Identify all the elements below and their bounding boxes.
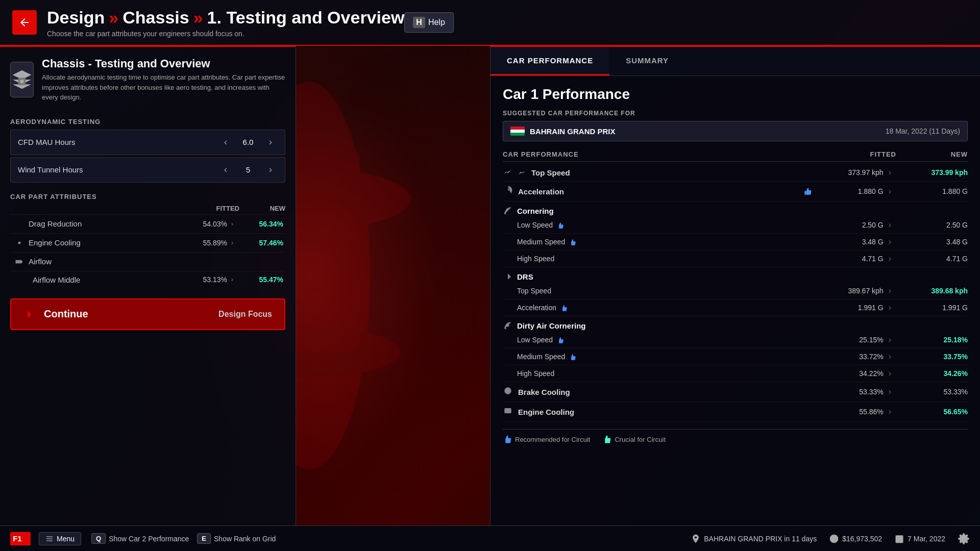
cornering-medium: Medium Speed 3.48 G › 3.48 G (503, 234, 968, 251)
wind-increase[interactable]: › (263, 163, 278, 177)
cornering-high-name: High Speed (517, 255, 812, 263)
drs-accel-arrow: › (884, 303, 896, 312)
settings-button[interactable] (958, 533, 970, 545)
chassis-icon (11, 68, 33, 91)
drag-name: Drag Reduction (27, 219, 181, 228)
breadcrumb-root: Design (47, 8, 105, 28)
drs-accel-fitted: 1.991 G (812, 304, 884, 312)
perf-title: Car 1 Performance (503, 86, 968, 103)
wind-value: 5 (233, 165, 263, 174)
wind-spinner-row: Wind Tunnel Hours ‹ 5 › (10, 157, 285, 183)
drs-accel-thumb (560, 305, 568, 312)
qa-rank-label: Show Rank on Grid (214, 535, 276, 543)
engine-perf-icon (503, 406, 513, 416)
speed-icon2 (516, 167, 526, 178)
back-button[interactable] (12, 10, 37, 35)
ph-fitted: FITTED (825, 151, 896, 158)
low-speed-thumb (557, 222, 564, 229)
perf-brake-cooling: Brake Cooling 53.33% › 53.33% (503, 382, 968, 402)
f1-logo-svg: F1 (10, 531, 31, 546)
suggested-label: SUGGESTED CAR PERFORMANCE FOR (503, 110, 968, 117)
attr-headers: FITTED NEW (10, 205, 285, 214)
attr-airflow-header: Airflow (10, 252, 285, 271)
perf-engine-cooling: Engine Cooling 55.86% › 56.65% (503, 402, 968, 422)
cfd-decrease[interactable]: ‹ (218, 135, 233, 149)
dirty-air-icon (503, 320, 513, 331)
drs-top-speed-new: 389.68 kph (896, 287, 968, 295)
accel-icon (503, 185, 513, 195)
airflow-middle-name: Airflow Middle (31, 276, 181, 284)
legend: Recommended for Circuit Crucial for Circ… (503, 429, 968, 444)
dirty-med-new: 33.75% (896, 353, 968, 361)
help-label: Help (428, 18, 445, 27)
dirty-low-thumb (557, 337, 564, 344)
drs-accel: Acceleration 1.991 G › 1.991 G (503, 299, 968, 316)
accel-thumb (804, 187, 812, 195)
engine-cooling-perf-new: 56.65% (896, 408, 968, 416)
recommended-icon (503, 435, 512, 444)
thumb-up-icon (804, 187, 812, 195)
drs-label: DRS (517, 272, 968, 281)
dirty-low: Low Speed 25.15% › 25.18% (503, 332, 968, 348)
svg-rect-13 (46, 536, 53, 537)
brake-arrow: › (884, 387, 896, 396)
cornering-high-arrow: › (884, 254, 896, 263)
gp-info-item: BAHRAIN GRAND PRIX in 11 days (691, 534, 817, 544)
help-button[interactable]: H Help (404, 12, 453, 33)
top-speed-new: 373.99 kph (896, 168, 968, 177)
cfd-spinner-row: CFD MAU Hours ‹ 6.0 › (10, 130, 285, 155)
gp-info-text: BAHRAIN GRAND PRIX in 11 days (704, 535, 817, 543)
right-panel: CAR PERFORMANCE SUMMARY Car 1 Performanc… (490, 46, 980, 525)
cornering-low-name: Low Speed (517, 221, 812, 229)
engine-cooling-perf-name: Engine Cooling (516, 408, 812, 416)
cfd-label: CFD MAU Hours (18, 138, 218, 146)
corner-icon (503, 206, 513, 216)
money-item: $16,973,502 (829, 534, 882, 544)
drs-category: DRS (503, 271, 968, 282)
brake-fitted: 53.33% (812, 388, 884, 396)
menu-button[interactable]: Menu (39, 532, 81, 545)
dirty-medium: Medium Speed 33.72% › 33.75% (503, 348, 968, 365)
continue-button[interactable]: Continue Design Focus (10, 298, 285, 330)
wind-decrease[interactable]: ‹ (218, 163, 233, 177)
svg-point-5 (20, 80, 23, 83)
qa-car2: Q Show Car 2 Performance (91, 533, 189, 544)
top-speed-fitted: 373.97 kph (812, 168, 884, 177)
left-panel: Chassis - Testing and Overview Allocate … (0, 46, 296, 525)
engine-cooling-icon (12, 238, 27, 248)
cornering-med-arrow: › (884, 237, 896, 246)
engine-cooling-fitted: 55.89% (181, 239, 227, 247)
svg-rect-15 (46, 540, 53, 541)
cfd-increase[interactable]: › (263, 135, 278, 149)
qa-car2-label: Show Car 2 Performance (109, 535, 189, 543)
engine-cooling-new: 57.46% (237, 239, 283, 247)
perf-acceleration: Acceleration 1.880 G › 1.880 G (503, 182, 968, 202)
money-icon (829, 534, 839, 544)
tab-car-performance[interactable]: CAR PERFORMANCE (491, 47, 609, 76)
accel-name: Acceleration (516, 187, 802, 196)
drag-arrow: › (227, 220, 237, 228)
dirty-high-arrow: › (884, 369, 896, 378)
svg-rect-17 (896, 535, 903, 543)
drs-top-speed-arrow: › (884, 286, 896, 295)
recommended-label: Recommended for Circuit (515, 436, 590, 443)
dirty-med-fitted: 33.72% (812, 353, 884, 361)
accel-fitted: 1.880 G (812, 187, 884, 195)
airflow-middle-arrow: › (227, 276, 237, 283)
airflow-middle-new: 55.47% (237, 276, 283, 284)
svg-point-6 (18, 241, 21, 244)
cornering-med-name: Medium Speed (517, 238, 812, 246)
dirty-low-new: 25.18% (896, 336, 968, 344)
date-item: 7 Mar, 2022 (894, 534, 945, 544)
calendar-icon (894, 534, 904, 544)
qa-car2-key: Q (91, 533, 106, 544)
cornering-low-arrow: › (884, 220, 896, 230)
tab-summary[interactable]: SUMMARY (609, 47, 685, 76)
ah-name (10, 205, 193, 212)
engine-cooling-perf-arrow: › (884, 407, 896, 416)
dirty-high-fitted: 34.22% (812, 369, 884, 378)
drs-top-speed-fitted: 389.67 kph (812, 287, 884, 295)
money-text: $16,973,502 (842, 535, 882, 543)
continue-design-focus: Design Focus (218, 310, 272, 319)
top-speed-arrow: › (884, 168, 896, 177)
